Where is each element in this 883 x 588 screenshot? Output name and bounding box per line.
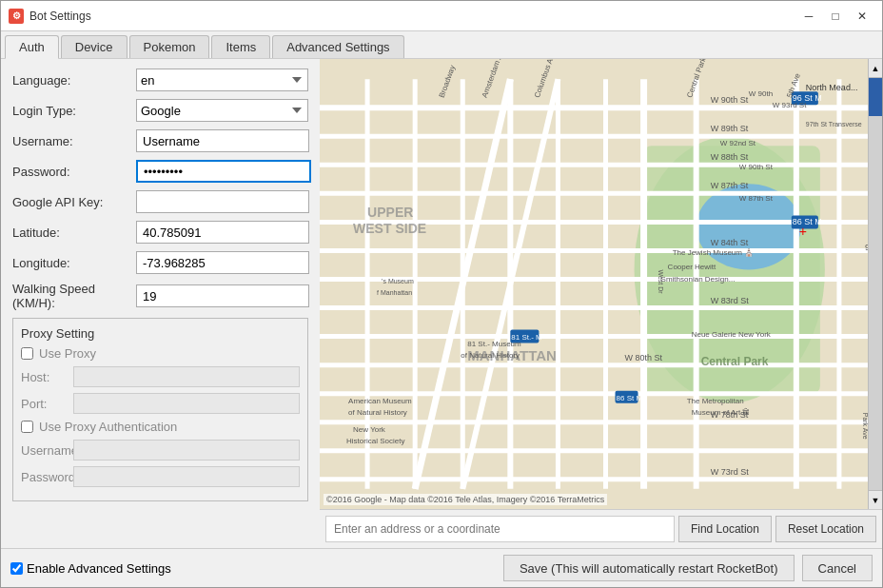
right-panel: W 90th St W 89th St W 88th St W 87th St … — [320, 59, 882, 548]
username-label: Username: — [12, 134, 136, 148]
svg-text:97th St Transverse: 97th St Transverse — [806, 121, 862, 127]
proxy-username-label: Username: — [21, 443, 73, 458]
tab-advanced-settings[interactable]: Advanced Settings — [272, 35, 403, 58]
svg-text:'s Museum: 's Museum — [382, 279, 414, 285]
svg-text:W 84th St: W 84th St — [711, 238, 749, 247]
svg-text:Historical Society: Historical Society — [346, 437, 404, 445]
google-api-input[interactable] — [136, 190, 309, 213]
port-input[interactable] — [73, 393, 300, 414]
svg-text:W 90th St: W 90th St — [711, 95, 749, 105]
password-row: Password: — [12, 160, 308, 183]
svg-text:+: + — [799, 224, 807, 239]
tab-items[interactable]: Items — [211, 35, 270, 58]
login-type-label: Login Type: — [12, 104, 136, 118]
map-search-row: Find Location Reset Location — [320, 509, 882, 548]
enable-advanced-checkbox[interactable] — [10, 562, 23, 575]
svg-text:f Manhattan: f Manhattan — [377, 289, 412, 296]
bottom-bar: Enable Advanced Settings Save (This will… — [1, 548, 882, 587]
map-search-input[interactable] — [325, 516, 675, 542]
svg-text:Central Park: Central Park — [701, 355, 769, 368]
enable-advanced-label: Enable Advanced Settings — [27, 561, 171, 576]
proxy-username-input[interactable] — [73, 440, 300, 461]
proxy-box: Proxy Setting Use Proxy Host: Port: Use … — [12, 318, 308, 501]
svg-text:The Metropolitan: The Metropolitan — [687, 397, 744, 405]
svg-text:W 89th St: W 89th St — [711, 124, 749, 133]
port-label: Port: — [21, 397, 73, 411]
host-label: Host: — [21, 370, 73, 384]
svg-text:West Dr: West Dr — [657, 269, 664, 294]
title-bar: ⚙ Bot Settings ─ □ ✕ — [1, 1, 882, 31]
tab-auth[interactable]: Auth — [5, 35, 59, 59]
host-input[interactable] — [73, 366, 300, 387]
tab-device[interactable]: Device — [61, 35, 128, 58]
svg-text:New York: New York — [353, 425, 386, 434]
enable-advanced-row: Enable Advanced Settings — [10, 561, 171, 576]
svg-text:of Natural History: of Natural History — [348, 408, 407, 417]
use-proxy-checkbox[interactable] — [21, 347, 33, 360]
content-area: Language: en Login Type: Google Username… — [1, 59, 882, 548]
language-select[interactable]: en — [136, 69, 308, 91]
svg-text:81 St.- Museum: 81 St.- Museum — [467, 340, 521, 348]
maximize-button[interactable]: □ — [823, 4, 848, 29]
svg-text:86 St M: 86 St M — [793, 217, 822, 226]
proxy-username-row: Username: — [21, 440, 300, 461]
reset-location-button[interactable]: Reset Location — [775, 516, 876, 542]
svg-text:W 92nd St: W 92nd St — [720, 139, 756, 147]
map-svg: W 90th St W 89th St W 88th St W 87th St … — [320, 59, 882, 509]
login-type-select[interactable]: Google — [136, 99, 308, 122]
login-type-row: Login Type: Google — [12, 99, 308, 122]
username-row: Username: — [12, 129, 308, 152]
window-title: Bot Settings — [29, 10, 796, 23]
walking-speed-input[interactable] — [136, 284, 309, 307]
svg-text:WEST SIDE: WEST SIDE — [353, 221, 426, 236]
svg-text:W 93rd St: W 93rd St — [773, 101, 807, 109]
svg-text:of Natural History: of Natural History — [461, 351, 520, 360]
language-row: Language: en — [12, 69, 308, 91]
tab-pokemon[interactable]: Pokemon — [129, 35, 210, 58]
left-panel: Language: en Login Type: Google Username… — [1, 59, 320, 548]
proxy-password-row: Password: — [21, 466, 300, 487]
svg-text:The Jewish Museum ⛪: The Jewish Museum ⛪ — [673, 247, 755, 257]
proxy-title: Proxy Setting — [21, 326, 300, 341]
svg-text:W 83rd St: W 83rd St — [711, 296, 750, 305]
close-button[interactable]: ✕ — [850, 4, 874, 29]
password-input[interactable] — [136, 160, 311, 183]
svg-text:North Mead...: North Mead... — [806, 83, 858, 92]
svg-text:W 88th St: W 88th St — [711, 152, 749, 162]
svg-text:American Museum: American Museum — [348, 397, 412, 405]
walking-speed-label: Walking Speed (KM/H): — [12, 282, 136, 310]
longitude-row: Longitude: — [12, 251, 308, 274]
latitude-input[interactable] — [136, 221, 309, 244]
svg-text:W 90th: W 90th — [749, 89, 773, 98]
latitude-label: Latitude: — [12, 225, 136, 240]
use-proxy-auth-label: Use Proxy Authentication — [39, 420, 177, 434]
google-api-label: Google API Key: — [12, 195, 136, 209]
host-row: Host: — [21, 366, 300, 387]
svg-text:W 73rd St: W 73rd St — [711, 467, 750, 477]
cancel-button[interactable]: Cancel — [802, 555, 873, 581]
svg-text:86 St M: 86 St M — [617, 394, 643, 402]
language-label: Language: — [12, 73, 136, 88]
svg-text:Museum of Art 🏛: Museum of Art 🏛 — [692, 407, 751, 417]
svg-text:W 80th St: W 80th St — [625, 353, 663, 363]
svg-text:W 90th St: W 90th St — [739, 163, 774, 171]
minimize-button[interactable]: ─ — [796, 4, 821, 29]
find-location-button[interactable]: Find Location — [678, 516, 772, 542]
app-icon: ⚙ — [9, 9, 24, 24]
svg-text:Cooper Hewitt: Cooper Hewitt — [668, 263, 716, 271]
svg-text:W 87th St: W 87th St — [739, 194, 774, 203]
proxy-password-label: Password: — [21, 470, 73, 484]
proxy-password-input[interactable] — [73, 466, 300, 487]
use-proxy-row: Use Proxy — [21, 346, 300, 361]
main-window: ⚙ Bot Settings ─ □ ✕ Auth Device Pokemon… — [0, 0, 883, 588]
walking-speed-row: Walking Speed (KM/H): — [12, 282, 308, 310]
map-area[interactable]: W 90th St W 89th St W 88th St W 87th St … — [320, 59, 882, 509]
window-controls: ─ □ ✕ — [796, 4, 874, 29]
port-row: Port: — [21, 393, 300, 414]
save-button[interactable]: Save (This will automatically restart Ro… — [503, 555, 795, 581]
longitude-input[interactable] — [136, 251, 309, 274]
tab-bar: Auth Device Pokemon Items Advanced Setti… — [1, 31, 882, 59]
use-proxy-label: Use Proxy — [39, 346, 96, 361]
username-input[interactable] — [136, 129, 309, 152]
use-proxy-auth-checkbox[interactable] — [21, 421, 33, 433]
